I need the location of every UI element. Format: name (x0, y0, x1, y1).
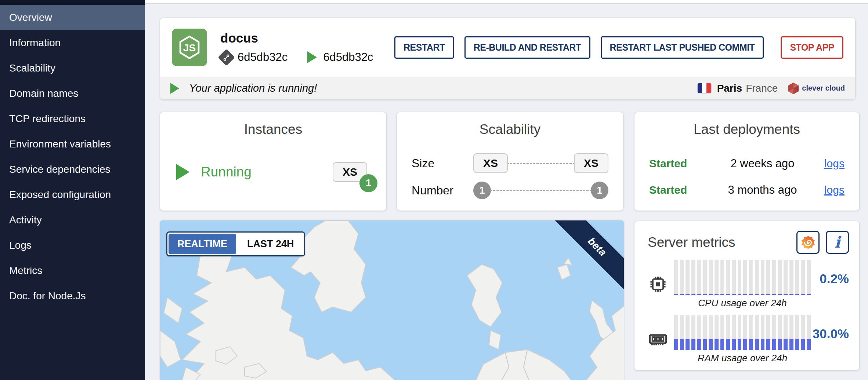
usage-bar (720, 315, 724, 350)
zone-country: France (746, 83, 778, 94)
usage-bar (726, 260, 730, 295)
deployment-status: Started (649, 157, 713, 170)
app-identity: docus 6d5db32c 6d5db32c (220, 31, 373, 64)
sidebar-item-scalability[interactable]: Scalability (0, 55, 145, 81)
deployment-rows: Started 2 weeks ago logs Started 3 month… (634, 150, 859, 203)
cpu-chart: CPU usage over 24h (674, 260, 811, 309)
sidebar-item-label: Logs (9, 240, 32, 251)
logo-js-text: JS (183, 42, 196, 54)
running-state-label: Running (201, 164, 252, 180)
app-header-card: JS docus 6d5db32c (160, 18, 856, 100)
sidebar-item-domain-names[interactable]: Domain names (0, 81, 145, 106)
sidebar-item-label: Domain names (9, 88, 78, 99)
app-name: docus (220, 31, 373, 45)
tab-last-24h[interactable]: LAST 24H (237, 233, 304, 255)
usage-bar (784, 315, 788, 350)
usage-bar (732, 260, 736, 295)
sidebar: Overview Information Scalability Domain … (0, 0, 145, 380)
map-mode-toggle: REALTIME LAST 24H (166, 231, 305, 256)
status-play-icon (170, 83, 180, 94)
usage-bar (697, 315, 701, 350)
usage-bar (795, 315, 799, 350)
status-message: Your application is running! (189, 82, 317, 94)
sidebar-item-doc-nodejs[interactable]: Doc. for Node.Js (0, 283, 145, 308)
usage-bar (789, 260, 793, 295)
ram-metric-row: RAM usage over 24h 30.0% (634, 315, 859, 364)
sidebar-item-label: Service dependencies (9, 164, 111, 175)
sidebar-item-environment-variables[interactable]: Environment variables (0, 131, 145, 157)
usage-bar (732, 315, 736, 350)
usage-bar (738, 260, 742, 295)
usage-bar (691, 260, 695, 295)
sidebar-item-logs[interactable]: Logs (0, 233, 145, 258)
top-bar-edge (145, 0, 868, 4)
ram-icon (647, 329, 669, 350)
usage-bar (784, 260, 788, 295)
ram-usage-value: 30.0% (813, 326, 849, 352)
sidebar-item-information[interactable]: Information (0, 30, 145, 55)
size-from-badge: XS (473, 153, 508, 173)
usage-bar (761, 260, 765, 295)
access-map-card[interactable]: REALTIME LAST 24H beta (160, 220, 624, 380)
cpu-usage-value: 0.2% (820, 271, 849, 297)
deployment-logs-link[interactable]: logs (811, 184, 845, 196)
usage-bar (709, 315, 713, 350)
grafana-icon (800, 235, 816, 250)
usage-bar (674, 315, 678, 350)
usage-bar (772, 260, 776, 295)
cpu-chart-label: CPU usage over 24h (674, 297, 811, 309)
rebuild-restart-button[interactable]: RE-BUILD AND RESTART (464, 36, 590, 59)
deployments-card: Last deployments Started 2 weeks ago log… (634, 112, 860, 211)
status-zone: Paris France clever cloud (698, 82, 845, 95)
usage-bar (807, 260, 811, 295)
main-content: JS docus 6d5db32c (145, 0, 868, 380)
tab-realtime[interactable]: REALTIME (169, 234, 236, 254)
cpu-icon (647, 275, 669, 294)
usage-bar (709, 260, 713, 295)
usage-bar (680, 315, 684, 350)
stop-app-button[interactable]: STOP APP (781, 36, 843, 59)
usage-bar (761, 315, 765, 350)
usage-bar (766, 260, 770, 295)
app-actions: RESTART RE-BUILD AND RESTART RESTART LAS… (394, 36, 843, 59)
deployment-time: 3 months ago (713, 183, 811, 197)
number-from-badge: 1 (473, 182, 491, 199)
metrics-title: Server metrics (648, 235, 735, 250)
scalability-rows: Size XS XS Number 1 1 (397, 150, 623, 204)
app-status-bar: Your application is running! Paris Franc… (160, 77, 855, 99)
usage-bar (801, 260, 805, 295)
sidebar-item-activity[interactable]: Activity (0, 207, 145, 233)
usage-bar (766, 315, 770, 350)
sidebar-top-strip (0, 0, 145, 5)
deployment-row: Started 2 weeks ago logs (634, 150, 859, 177)
metrics-info-button[interactable]: i (826, 231, 849, 254)
size-range-line (507, 163, 575, 164)
sidebar-item-label: Metrics (9, 265, 42, 277)
usage-bar (743, 315, 747, 350)
running-play-icon (176, 164, 191, 180)
sidebar-item-metrics[interactable]: Metrics (0, 258, 145, 283)
usage-bar (680, 260, 684, 295)
sidebar-item-exposed-configuration[interactable]: Exposed configuration (0, 182, 145, 207)
ram-chart: RAM usage over 24h (674, 315, 811, 364)
sidebar-item-service-dependencies[interactable]: Service dependencies (0, 157, 145, 182)
brand-name: clever cloud (802, 84, 845, 92)
restart-button[interactable]: RESTART (394, 36, 454, 59)
usage-bar (703, 315, 707, 350)
scalability-card: Scalability Size XS XS Number 1 1 (397, 112, 623, 211)
usage-bar (738, 315, 742, 350)
usage-bar (755, 260, 759, 295)
usage-bar (697, 260, 701, 295)
restart-last-commit-button[interactable]: RESTART LAST PUSHED COMMIT (601, 36, 764, 59)
grafana-button[interactable] (796, 231, 820, 254)
sidebar-item-overview[interactable]: Overview (0, 5, 145, 30)
scalability-number-row: Number 1 1 (397, 177, 623, 204)
usage-bar (807, 315, 811, 350)
number-range-line (490, 190, 592, 191)
sidebar-item-label: Exposed configuration (9, 189, 111, 201)
instance-count-badge: 1 (359, 174, 377, 192)
deployed-commit: 6d5db32c (220, 51, 287, 64)
sidebar-item-tcp-redirections[interactable]: TCP redirections (0, 106, 145, 131)
usage-bar (801, 315, 805, 350)
deployment-logs-link[interactable]: logs (811, 157, 845, 170)
